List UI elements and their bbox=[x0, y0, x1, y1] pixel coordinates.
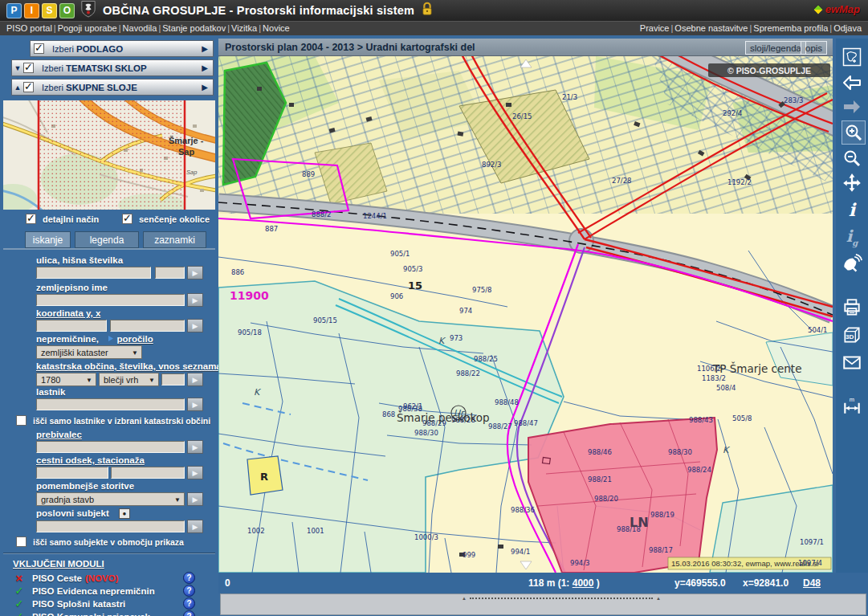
map-label: 1183/2 bbox=[702, 374, 726, 382]
placename-search-button[interactable]: ▶ bbox=[187, 293, 203, 307]
nav-link[interactable]: Novice bbox=[263, 23, 290, 33]
datum-link[interactable]: D48 bbox=[803, 577, 821, 589]
info-group-tool[interactable]: ig bbox=[842, 226, 862, 247]
map-canvas[interactable]: © PISO-GROSUPLJE 15.03.2016 08:30:32, ew… bbox=[218, 56, 833, 573]
nav-link[interactable]: Osebne nastavitve bbox=[674, 23, 748, 33]
tab-zaznamki[interactable]: zaznamki bbox=[143, 231, 206, 248]
owner-search-button[interactable]: ▶ bbox=[187, 398, 203, 411]
parcel-search-button[interactable]: ▶ bbox=[187, 373, 203, 386]
road-search-button[interactable]: ▶ bbox=[187, 466, 203, 479]
skupni-checkbox[interactable] bbox=[23, 82, 34, 92]
placename-input[interactable] bbox=[36, 294, 185, 306]
nav-link[interactable]: Odjava bbox=[833, 23, 862, 33]
map-label: 504/1 bbox=[808, 326, 828, 334]
stationing-input[interactable] bbox=[111, 467, 185, 479]
coordinate-search-button[interactable]: ▶ bbox=[187, 319, 203, 332]
podlago-checkbox[interactable] bbox=[34, 43, 44, 54]
business-search-button[interactable]: ▶ bbox=[187, 520, 203, 533]
dropdown-bar-skupni-sloji[interactable]: ▲ Izberi SKUPNE SLOJE ▶ bbox=[11, 79, 214, 96]
module-row: ✓ PISO Evidenca nepremičnin ? bbox=[13, 585, 214, 597]
dropdown-bar-tematski-sklop[interactable]: ▼ Izberi TEMATSKI SKLOP ▶ bbox=[11, 59, 214, 76]
entity-area-filter-toggle[interactable]: išči samo subjekte v območju prikaza bbox=[16, 536, 184, 547]
map-timestamp: 15.03.2016 08:30:32, ewmap, www.realis.s… bbox=[671, 559, 818, 568]
panel-resize-handle[interactable]: ▲ ▲ bbox=[462, 595, 661, 601]
nav-link[interactable]: Stanje podatkov bbox=[162, 23, 226, 33]
scale-link[interactable]: 4000 bbox=[573, 577, 594, 589]
layers-legend-button[interactable]: sloji/legenda bbox=[745, 41, 806, 55]
map-label: 988/25 bbox=[474, 355, 498, 363]
owner-input[interactable] bbox=[36, 398, 185, 410]
module-help-button[interactable]: ? bbox=[183, 572, 195, 584]
measure-tool[interactable]: m bbox=[842, 395, 862, 416]
pan-tool[interactable] bbox=[842, 173, 862, 194]
owner-filter-checkbox[interactable] bbox=[16, 415, 26, 426]
coordinate-x-input[interactable] bbox=[110, 320, 185, 332]
cadastre-type-select[interactable]: zemljiški kataster bbox=[36, 345, 142, 359]
nav-link[interactable]: Navodila bbox=[123, 23, 157, 33]
description-button[interactable]: opis bbox=[801, 41, 827, 55]
pink-zone-LN bbox=[528, 418, 717, 573]
map-breadcrumb: Prostorski plan 2004 - 2013 > Uradni kar… bbox=[225, 42, 475, 53]
tab-iskanje[interactable]: iskanje bbox=[25, 231, 71, 248]
module-help-button[interactable]: ? bbox=[183, 610, 195, 616]
report-link[interactable]: poročilo bbox=[116, 334, 153, 344]
map-label: 988/43 bbox=[689, 416, 713, 424]
map-label: 1000/3 bbox=[414, 533, 438, 541]
expand-right-icon[interactable]: ▶ bbox=[202, 63, 208, 72]
nav-link[interactable]: Pogoji uporabe bbox=[58, 23, 117, 33]
module-enabled-icon: ✓ bbox=[13, 610, 26, 616]
nav-link[interactable]: Pravice bbox=[640, 23, 670, 33]
zoom-out-tool[interactable] bbox=[842, 148, 862, 169]
tematski-checkbox[interactable] bbox=[23, 63, 34, 73]
resident-search-button[interactable]: ▶ bbox=[187, 440, 203, 454]
services-select[interactable]: gradnja stavb bbox=[36, 492, 185, 506]
coordinate-y-input[interactable] bbox=[36, 320, 107, 332]
owner-filter-toggle[interactable]: išči samo lastnike v izbrani katastrski … bbox=[16, 415, 210, 426]
expand-right-icon[interactable]: ▶ bbox=[202, 83, 208, 92]
nav-link[interactable]: Vizitka bbox=[231, 23, 257, 33]
shading-toggle[interactable]: senčenje okolice bbox=[122, 214, 210, 224]
dropdown-bar-podlago[interactable]: Izberi PODLAGO ▶ bbox=[30, 40, 214, 57]
map-copyright: © PISO-GROSUPLJE bbox=[727, 66, 811, 75]
street-search-button[interactable]: ▶ bbox=[187, 266, 203, 279]
map-label: 505/8 bbox=[732, 414, 752, 422]
full-extent-button[interactable] bbox=[842, 47, 862, 67]
resident-input[interactable] bbox=[36, 441, 185, 453]
business-entity-input[interactable] bbox=[36, 520, 185, 532]
detail-mode-checkbox[interactable] bbox=[26, 214, 36, 224]
entity-area-filter-checkbox[interactable] bbox=[16, 536, 26, 547]
nav-link[interactable]: Sprememba profila bbox=[753, 23, 828, 33]
3d-view-button[interactable]: 3D bbox=[842, 324, 862, 345]
overview-minimap[interactable]: Šmarje - Sap Sap bbox=[3, 100, 215, 210]
piso-logo[interactable]: P I S O bbox=[6, 3, 75, 18]
map-toolbar: i ig 3D m bbox=[836, 39, 868, 573]
tab-legenda[interactable]: legenda bbox=[75, 231, 139, 248]
ko-name-select[interactable]: blečji vrh bbox=[99, 373, 159, 386]
services-search-button[interactable]: ▶ bbox=[187, 492, 203, 506]
zoom-in-tool[interactable] bbox=[842, 120, 866, 145]
business-entity-info-button[interactable]: ● bbox=[119, 508, 130, 519]
gps-dish-tool[interactable] bbox=[842, 254, 862, 275]
detail-mode-toggle[interactable]: detajlni način bbox=[26, 214, 99, 224]
map-label: 905/3 bbox=[403, 265, 423, 273]
info-tool[interactable]: i bbox=[842, 199, 862, 220]
print-button[interactable] bbox=[842, 297, 862, 318]
collapse-up-icon[interactable]: ▲ bbox=[12, 84, 23, 92]
back-button[interactable] bbox=[842, 72, 862, 93]
road-section-input[interactable] bbox=[36, 467, 108, 479]
placename-label: zemljepisno ime bbox=[36, 283, 108, 292]
nav-link[interactable]: PISO portal bbox=[6, 23, 52, 33]
module-help-button[interactable]: ? bbox=[183, 598, 195, 610]
mail-button[interactable] bbox=[842, 352, 862, 373]
top-menubar: PISO portal|Pogoji uporabe|Navodila|Stan… bbox=[0, 21, 868, 35]
module-help-button[interactable]: ? bbox=[183, 585, 195, 597]
collapse-down-icon[interactable]: ▼ bbox=[12, 64, 23, 72]
ko-number-select[interactable]: 1780 bbox=[36, 373, 96, 386]
street-input[interactable] bbox=[36, 267, 151, 279]
house-number-input[interactable] bbox=[155, 267, 185, 279]
parcel-number-input[interactable] bbox=[161, 373, 185, 386]
shading-checkbox[interactable] bbox=[122, 214, 132, 224]
expand-right-icon[interactable]: ▶ bbox=[202, 44, 208, 53]
map-label: 11900 bbox=[230, 289, 269, 302]
forward-button[interactable] bbox=[842, 96, 862, 117]
